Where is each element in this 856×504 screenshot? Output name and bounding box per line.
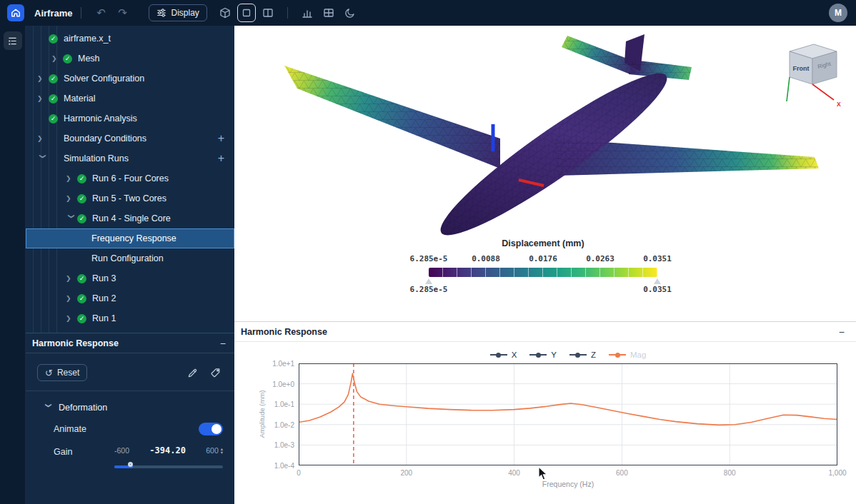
redo-icon: ↷ [118, 6, 127, 19]
app-title: Airframe [34, 8, 72, 19]
chevron-right-icon[interactable]: ❯ [66, 175, 77, 182]
tag-icon [210, 368, 221, 378]
legend-item-z[interactable]: Z [569, 351, 596, 359]
tree-item-simulation-runs[interactable]: ❯Simulation Runs+ [26, 148, 234, 168]
legend-item-mag[interactable]: Mag [609, 351, 646, 359]
tree-item-run-4-single-core[interactable]: ❯✓Run 4 - Single Core [26, 208, 234, 228]
gain-value[interactable]: -394.20 [129, 445, 206, 455]
square-icon [241, 7, 252, 19]
legend-item-y[interactable]: Y [529, 351, 557, 359]
divider [81, 7, 81, 19]
home-button[interactable] [7, 4, 24, 21]
check-icon: ✓ [63, 54, 72, 64]
tree-item-run-2[interactable]: ❯✓Run 2 [26, 288, 234, 308]
tree-item-run-configuration[interactable]: Run Configuration [26, 248, 234, 268]
tree-item-frequency-response[interactable]: Frequency Response [26, 228, 234, 248]
gain-slider[interactable] [114, 461, 223, 473]
chevron-down-icon[interactable]: ❯ [39, 153, 46, 165]
check-icon: ✓ [77, 174, 86, 183]
probe-button[interactable] [184, 365, 200, 380]
tree-item-run-5-two-cores[interactable]: ❯✓Run 5 - Two Cores [26, 188, 234, 208]
y-tick-label: 1.0e-3 [256, 441, 294, 449]
chevron-right-icon[interactable]: ❯ [37, 75, 49, 82]
collapse-panel-button[interactable]: − [220, 338, 226, 348]
colorbar-legend: Displacement (mm) 6.285e-50.00880.01760.… [414, 238, 672, 294]
x-tick-label: 600 [616, 469, 628, 477]
reset-button[interactable]: ↺ Reset [37, 364, 87, 381]
collapse-chart-button[interactable]: − [839, 326, 845, 338]
tree-item-mesh[interactable]: ❯✓Mesh [26, 49, 234, 69]
frequency-response-plot[interactable] [299, 363, 837, 465]
display-button[interactable]: Display [149, 4, 206, 21]
y-tick-label: 1.0e+0 [256, 380, 294, 388]
tree-item-run-6-four-cores[interactable]: ❯✓Run 6 - Four Cores [26, 168, 234, 188]
inspector-title: Harmonic Response [32, 338, 119, 348]
tree-item-boundary-conditions[interactable]: ❯Boundary Conditions+ [26, 128, 234, 148]
x-tick-label: 200 [400, 469, 412, 477]
slider-handle[interactable] [128, 462, 133, 467]
colorbar-min-value: 6.285e-5 [410, 285, 448, 294]
chevron-right-icon[interactable]: ❯ [66, 315, 77, 322]
panels-tool-button[interactable] [259, 4, 277, 22]
redo-button[interactable]: ↷ [113, 4, 131, 22]
tree-item-label: Run Configuration [91, 253, 164, 263]
chart-tool-button[interactable] [298, 4, 317, 22]
deformation-section[interactable]: ❯ Deformation [26, 391, 234, 413]
grid-tool-button[interactable] [319, 4, 338, 22]
animate-toggle[interactable] [199, 423, 223, 435]
chevron-right-icon[interactable]: ❯ [37, 135, 49, 142]
orientation-cube[interactable]: Front Right X [780, 36, 845, 110]
legend-marker [490, 354, 507, 356]
bar-chart-icon [302, 7, 313, 19]
chevron-right-icon[interactable]: ❯ [37, 95, 49, 102]
cube-tool-button[interactable] [216, 4, 234, 22]
tag-button[interactable] [207, 365, 223, 380]
tree-item-harmonic-analysis[interactable]: ✓Harmonic Analysis [26, 109, 234, 128]
undo-button[interactable]: ↶ [91, 4, 110, 22]
tree-item-airframe-x-t[interactable]: ✓airframe.x_t [26, 29, 234, 49]
undo-icon: ↶ [96, 6, 106, 19]
legend-label: X [512, 351, 517, 359]
viewport-3d[interactable]: Front Right X Displacement (mm) 6.285e-5… [234, 26, 856, 321]
cube-front-label[interactable]: Front [793, 65, 810, 72]
tree-item-label: Frequency Response [91, 233, 176, 243]
airframe-geometry[interactable] [284, 34, 819, 252]
chevron-down-icon[interactable]: ❯ [68, 213, 75, 225]
tree-item-run-1[interactable]: ❯✓Run 1 [26, 308, 234, 328]
tree-item-label: Run 6 - Four Cores [92, 173, 169, 183]
x-tick-label: 1,000 [828, 469, 846, 477]
reset-icon: ↺ [45, 368, 53, 378]
stepper-down-icon[interactable]: ▾ [221, 450, 223, 454]
tree-view-button[interactable] [4, 31, 22, 50]
x-tick-label: 0 [297, 469, 301, 477]
colorbar-tick: 0.0263 [586, 254, 614, 263]
tree-item-label: Boundary Conditions [64, 133, 146, 143]
mesh-overlay [284, 36, 819, 252]
axis-x [812, 84, 834, 100]
colorbar-min-handle[interactable] [425, 278, 432, 284]
avatar[interactable]: M [829, 4, 847, 22]
legend-item-x[interactable]: X [490, 351, 517, 359]
chevron-right-icon[interactable]: ❯ [66, 295, 77, 302]
check-icon: ✓ [77, 314, 86, 323]
check-icon: ✓ [77, 274, 86, 283]
chevron-right-icon[interactable]: ❯ [51, 55, 63, 62]
theme-toggle-button[interactable] [341, 4, 359, 22]
add-button[interactable]: + [218, 153, 224, 164]
tree-item-material[interactable]: ❯✓Material [26, 89, 234, 109]
tree-item-solver-configuration[interactable]: ❯✓Solver Configuration [26, 69, 234, 89]
colorbar-tick: 6.285e-5 [410, 254, 448, 263]
add-button[interactable]: + [218, 133, 224, 144]
square-tool-button[interactable] [237, 4, 256, 22]
moon-icon [344, 7, 356, 19]
chevron-right-icon[interactable]: ❯ [66, 195, 77, 202]
colorbar-max-handle[interactable] [654, 278, 661, 284]
tree-item-run-3[interactable]: ❯✓Run 3 [26, 268, 234, 288]
home-icon [11, 8, 21, 18]
gain-stepper[interactable]: ▴▾ [221, 447, 223, 454]
display-button-label: Display [171, 8, 199, 18]
colorbar-tick: 0.0351 [643, 254, 672, 263]
x-tick-label: 400 [508, 469, 520, 477]
chevron-right-icon[interactable]: ❯ [66, 275, 77, 282]
y-tick-label: 1.0e-2 [256, 421, 294, 429]
